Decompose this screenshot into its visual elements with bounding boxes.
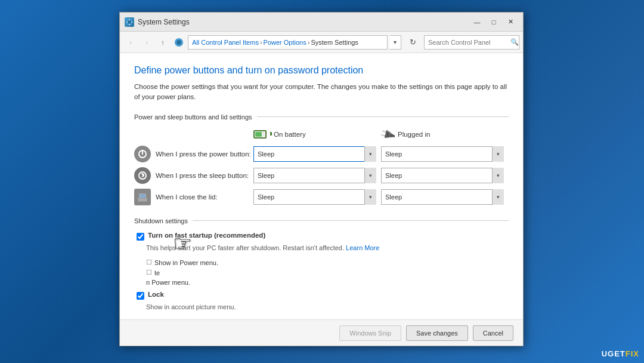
sleep-plugged-select[interactable]: Sleep Do nothing Hibernate Shut down Tur… [381, 168, 504, 183]
hibernate-label: te [154, 269, 160, 276]
breadcrumb-power-options[interactable]: Power Options [264, 39, 306, 46]
watermark: UGETFIX [602, 349, 639, 358]
lock-row: Lock [137, 291, 509, 300]
content-area: Define power buttons and turn on passwor… [120, 53, 523, 319]
plugged-label: Plugged in [398, 131, 430, 138]
power-table: On battery 🔌 Plugged in [134, 128, 509, 205]
learn-more-link[interactable]: Learn More [346, 244, 379, 251]
power-plugged-select[interactable]: Sleep Do nothing Hibernate Shut down Tur… [381, 146, 504, 162]
power-sleep-section-header: Power and sleep buttons and lid settings [134, 113, 509, 121]
back-button[interactable]: ‹ [123, 35, 138, 50]
window-title: System Settings [138, 18, 469, 26]
fast-startup-label: Turn on fast startup (recommended) [148, 232, 265, 239]
power-battery-select-wrapper: Sleep Do nothing Hibernate Shut down Tur… [253, 146, 376, 162]
power-icon [134, 146, 151, 162]
svg-point-1 [128, 20, 131, 24]
lid-plugged-select-wrapper: Sleep Do nothing Hibernate Shut down Tur… [381, 189, 504, 205]
page-title: Define power buttons and turn on passwor… [134, 65, 509, 76]
power-plugged-select-wrapper: Sleep Do nothing Hibernate Shut down Tur… [381, 146, 504, 162]
window-icon [125, 17, 134, 27]
fast-startup-checkbox[interactable] [137, 233, 144, 241]
shutdown-divider [193, 220, 509, 221]
lock-checkbox[interactable] [137, 292, 144, 300]
sleep-button-label: When I press the sleep button: [156, 172, 253, 179]
sleep-battery-select[interactable]: Sleep Do nothing Hibernate Shut down Tur… [253, 168, 376, 183]
search-input[interactable] [428, 39, 510, 46]
breadcrumb-current: System Settings [311, 39, 358, 46]
power-battery-select[interactable]: Sleep Do nothing Hibernate Shut down Tur… [253, 146, 376, 162]
save-changes-button[interactable]: Save changes [406, 325, 468, 341]
window-controls: — □ ✕ [469, 16, 518, 28]
sleep-battery-select-wrapper: Sleep Do nothing Hibernate Shut down Tur… [253, 168, 376, 183]
power-table-headers: On battery 🔌 Plugged in [253, 128, 509, 141]
plug-icon: 🔌 [379, 125, 397, 143]
forward-button[interactable]: › [140, 35, 154, 50]
sleep-button-row: When I press the sleep button: Sleep Do … [134, 167, 509, 184]
navbar: ‹ › ↑ All Control Panel Items › Power Op… [120, 32, 523, 53]
search-icon[interactable]: 🔍 [510, 38, 519, 46]
refresh-button[interactable]: ↻ [405, 35, 420, 50]
page-description: Choose the power settings that you want … [134, 82, 509, 103]
power-menu-item-2: n Power menu. [146, 279, 509, 286]
sleep-icon [134, 167, 151, 184]
lock-desc: Show in account picture menu. [146, 302, 509, 312]
svg-point-3 [177, 40, 181, 45]
lid-label: When I close the lid: [156, 193, 253, 201]
lid-battery-select[interactable]: Sleep Do nothing Hibernate Shut down Tur… [253, 189, 376, 205]
lid-icon [134, 189, 151, 205]
power-button-label: When I press the power button: [156, 150, 253, 158]
battery-icon [253, 128, 270, 140]
cancel-button[interactable]: Cancel [473, 325, 513, 341]
section-label-power: Power and sleep buttons and lid settings [134, 113, 257, 121]
watermark-part2: FIX [626, 349, 639, 358]
power-button-row: When I press the power button: Sleep Do … [134, 146, 509, 162]
breadcrumb-bar: All Control Panel Items › Power Options … [188, 35, 388, 50]
titlebar: System Settings — □ ✕ [120, 13, 523, 32]
search-box: 🔍 [424, 35, 519, 50]
breadcrumb-all-control-panel[interactable]: All Control Panel Items [192, 39, 259, 46]
breadcrumb-sep-2: › [308, 39, 310, 46]
system-settings-window: System Settings — □ ✕ ‹ › ↑ All Control … [119, 12, 524, 346]
sleep-plugged-select-wrapper: Sleep Do nothing Hibernate Shut down Tur… [381, 168, 504, 183]
minimize-button[interactable]: — [469, 16, 485, 28]
battery-label: On battery [274, 131, 306, 138]
shutdown-section-header: Shutdown settings [134, 217, 509, 224]
lid-row: When I close the lid: Sleep Do nothing H… [134, 189, 509, 205]
maximize-button[interactable]: □ [486, 16, 501, 28]
bottom-bar: Windows Snip Save changes Cancel [120, 319, 523, 346]
breadcrumb-dropdown[interactable]: ▾ [389, 35, 401, 50]
up-button[interactable]: ↑ [156, 35, 170, 50]
windows-snip-button[interactable]: Windows Snip [339, 325, 401, 341]
lid-plugged-select[interactable]: Sleep Do nothing Hibernate Shut down Tur… [381, 189, 504, 205]
hibernate-item: ☐ te [146, 269, 509, 276]
battery-column-header: On battery [253, 128, 381, 141]
fast-startup-desc: This helps start your PC faster after sh… [146, 243, 509, 253]
section-label-shutdown: Shutdown settings [134, 217, 193, 224]
svg-rect-9 [140, 194, 145, 198]
watermark-part1: UGET [602, 349, 626, 358]
nav-icon [173, 36, 185, 48]
shutdown-section: Shutdown settings Turn on fast startup (… [134, 217, 509, 312]
lock-label: Lock [148, 291, 164, 298]
section-divider [257, 116, 509, 117]
breadcrumb-sep-1: › [260, 39, 262, 46]
close-button[interactable]: ✕ [503, 16, 518, 28]
fast-startup-row: Turn on fast startup (recommended) [137, 232, 509, 241]
power-menu-item-1: ☐ Show in Power menu. [146, 259, 509, 266]
plugged-column-header: 🔌 Plugged in [381, 128, 509, 141]
lid-battery-select-wrapper: Sleep Do nothing Hibernate Shut down Tur… [253, 189, 376, 205]
